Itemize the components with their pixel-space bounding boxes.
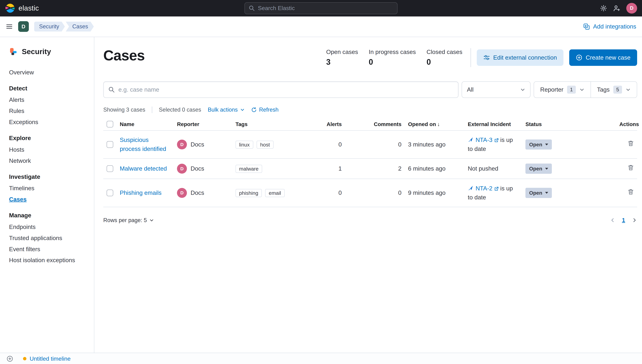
breadcrumb-security[interactable]: Security: [34, 22, 65, 32]
timeline-status-dot: [23, 357, 26, 360]
column-header-actions: Actions: [616, 118, 637, 130]
elastic-home-link[interactable]: elastic: [5, 3, 39, 13]
sidebar-item-trusted-applications[interactable]: Trusted applications: [9, 234, 89, 242]
gear-icon[interactable]: [600, 5, 607, 12]
trash-icon[interactable]: [628, 140, 634, 146]
comments-count: 0: [345, 179, 405, 207]
global-search-input[interactable]: [258, 5, 393, 12]
case-search-input[interactable]: [118, 86, 453, 93]
case-name-link[interactable]: Phishing emails: [120, 190, 162, 196]
tags-filter-button[interactable]: Tags 5: [591, 82, 637, 98]
row-checkbox[interactable]: [107, 190, 113, 196]
breadcrumb-cases: Cases: [66, 22, 94, 32]
case-stats: Open cases 3 In progress cases 0 Closed …: [326, 48, 462, 66]
chevron-right-icon[interactable]: [632, 218, 637, 223]
column-header-name: Name: [116, 118, 174, 130]
tag-badge: malware: [236, 165, 262, 173]
app-root: elastic D: [0, 0, 642, 364]
user-add-icon[interactable]: [613, 5, 620, 12]
table-utility-bar: Showing 3 cases Selected 0 cases Bulk ac…: [103, 106, 637, 113]
external-incident-cell: NTA-2 is up to date: [464, 179, 522, 207]
sidebar-item-exceptions[interactable]: Exceptions: [9, 118, 89, 126]
space-avatar[interactable]: D: [18, 21, 29, 32]
sort-desc-icon: ↓: [437, 121, 440, 127]
opened-on-label: Opened on: [408, 121, 436, 127]
table-row: Phishing emails D Docs phishing email 0: [103, 179, 637, 207]
tag-badge: email: [265, 189, 285, 197]
table-row: Malware detected D Docs malware 1 2 6 mi…: [103, 158, 637, 179]
sidebar-item-rules[interactable]: Rules: [9, 107, 89, 115]
page-number[interactable]: 1: [619, 216, 627, 224]
case-search: [103, 82, 458, 98]
plus-circle-icon[interactable]: [7, 356, 13, 362]
external-incident-link[interactable]: NTA-3: [476, 136, 499, 143]
search-icon: [249, 5, 255, 11]
security-logo-icon: [9, 47, 18, 56]
sidebar-section-explore: Explore: [9, 134, 89, 142]
chevron-down-icon: [149, 218, 154, 222]
stat-label: Closed cases: [427, 48, 462, 55]
edit-external-connection-label: Edit external connection: [493, 54, 557, 61]
reporter-filter-button[interactable]: Reporter 1: [534, 82, 590, 98]
sidebar-item-timelines[interactable]: Timelines: [9, 184, 89, 192]
column-header-status: Status: [522, 118, 616, 130]
status-badge[interactable]: Open: [525, 188, 552, 198]
chevron-down-icon: [545, 144, 548, 146]
reporter-count-badge: 1: [567, 86, 576, 94]
select-all-checkbox[interactable]: [107, 121, 113, 128]
sidebar-item-hosts[interactable]: Hosts: [9, 146, 89, 154]
chevron-down-icon: [626, 87, 630, 92]
tags-filter-label: Tags: [597, 86, 610, 93]
create-new-case-button[interactable]: Create new case: [569, 50, 637, 66]
sidebar-title-label: Security: [22, 47, 51, 56]
add-integrations-button[interactable]: Add integrations: [583, 23, 636, 30]
status-badge[interactable]: Open: [525, 140, 552, 150]
bulk-actions-button[interactable]: Bulk actions: [208, 106, 245, 113]
table-row: Suspicious process identified D Docs lin…: [103, 130, 637, 158]
user-avatar[interactable]: D: [626, 3, 637, 14]
trash-icon[interactable]: [628, 189, 634, 195]
security-app-title: Security: [9, 47, 89, 56]
refresh-icon: [251, 107, 257, 112]
sidebar-item-alerts[interactable]: Alerts: [9, 96, 89, 104]
sidebar-item-event-filters[interactable]: Event filters: [9, 245, 89, 253]
column-header-tags: Tags: [232, 118, 318, 130]
row-checkbox[interactable]: [107, 141, 113, 148]
rows-per-page-button[interactable]: Rows per page: 5: [103, 217, 154, 224]
untitled-timeline-button[interactable]: Untitled timeline: [23, 356, 71, 362]
opened-on-value: 9 minutes ago: [405, 179, 464, 207]
sidebar-item-host-isolation-exceptions[interactable]: Host isolation exceptions: [9, 256, 89, 264]
column-header-opened-on[interactable]: Opened on↓: [405, 118, 464, 130]
sidebar-item-cases[interactable]: Cases: [9, 195, 89, 204]
refresh-button[interactable]: Refresh: [251, 106, 278, 113]
external-link-icon: [494, 187, 499, 191]
row-checkbox[interactable]: [107, 166, 113, 172]
stat-label: In progress cases: [369, 48, 416, 55]
status-filter-select[interactable]: All: [462, 82, 530, 98]
sidebar-item-overview[interactable]: Overview: [9, 68, 89, 76]
status-filter-value: All: [467, 86, 474, 93]
case-name-link[interactable]: Malware detected: [120, 165, 167, 172]
trash-icon[interactable]: [628, 164, 634, 170]
global-header: elastic D: [0, 0, 642, 16]
status-badge[interactable]: Open: [525, 164, 552, 174]
page-header: Cases Open cases 3 In progress cases 0 C…: [103, 47, 637, 67]
opened-on-value: 3 minutes ago: [405, 130, 464, 158]
showing-count: Showing 3 cases: [103, 106, 145, 113]
table-header-row: Name Reporter Tags Alerts Comments Opene…: [103, 118, 637, 130]
reporter-cell: D Docs: [177, 164, 229, 174]
brand-name: elastic: [19, 4, 39, 12]
integrations-icon: [583, 23, 590, 30]
refresh-label: Refresh: [259, 106, 278, 113]
sidebar-item-endpoints[interactable]: Endpoints: [9, 223, 89, 231]
case-name-link[interactable]: Suspicious process identified: [120, 136, 166, 152]
pagination: 1: [610, 216, 637, 224]
chevron-left-icon[interactable]: [610, 218, 615, 223]
external-incident-link[interactable]: NTA-2: [476, 185, 499, 192]
cases-table: Name Reporter Tags Alerts Comments Opene…: [103, 118, 637, 207]
sidebar-item-network[interactable]: Network: [9, 157, 89, 165]
stat-label: Open cases: [326, 48, 358, 55]
stat-value: 0: [369, 58, 416, 66]
menu-icon[interactable]: [6, 23, 13, 30]
edit-external-connection-button[interactable]: Edit external connection: [477, 50, 563, 66]
